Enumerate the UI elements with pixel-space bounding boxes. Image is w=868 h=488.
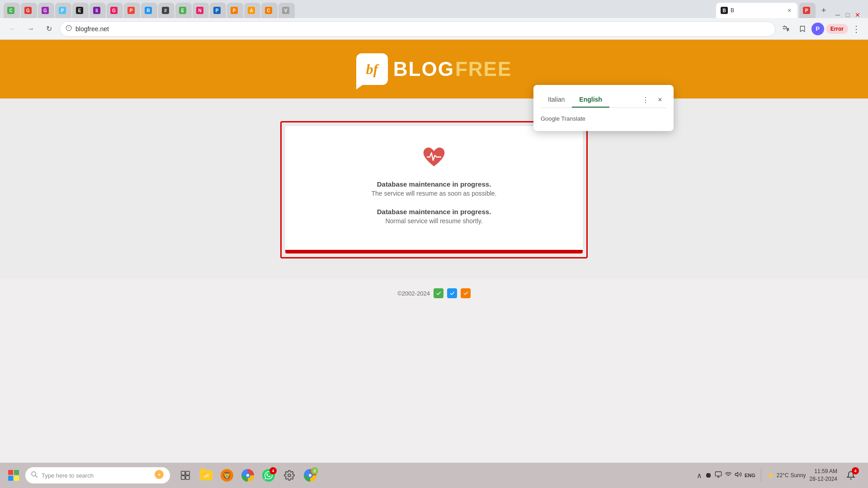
translate-more-button[interactable]: ⋮ [639, 94, 652, 106]
chrome-badge: 2 [311, 467, 318, 474]
tray-display-icon[interactable] [715, 471, 722, 480]
other-tab-5[interactable]: E [72, 3, 89, 18]
logo-bf-text: bf [366, 61, 378, 78]
tray-wifi-icon[interactable] [725, 471, 732, 480]
svg-rect-8 [186, 476, 189, 479]
other-tab-16[interactable]: C [261, 3, 278, 18]
maintenance-message-2-title: Database maintenance in progress. [377, 208, 491, 216]
tray-icons: ∧ ⏺ ENG [697, 471, 755, 480]
translate-close-button[interactable]: × [654, 94, 666, 106]
other-tab-8[interactable]: P [124, 3, 140, 18]
other-tab-11[interactable]: E [175, 3, 192, 18]
tab-bar-left: C G G P E li G [4, 3, 830, 18]
tray-expand-icon[interactable]: ∧ [697, 471, 702, 480]
notification-badge: 4 [852, 467, 859, 474]
url-bar[interactable]: blogfree.net [60, 21, 775, 37]
weather-condition: Sunny [791, 472, 806, 479]
error-button[interactable]: Error [826, 24, 848, 34]
other-tab-2[interactable]: G [21, 3, 37, 18]
site-header: bf BLOG FREE [0, 40, 868, 99]
tray-weather[interactable]: 22°C Sunny [767, 471, 806, 479]
translate-tab-italian[interactable]: Italian [541, 92, 572, 108]
footer-copyright: ©2002-2024 [397, 290, 430, 297]
footer-badge-2[interactable] [447, 288, 457, 298]
tray-time[interactable]: 11:59 AM 28-12-2024 [810, 468, 837, 483]
svg-rect-6 [186, 471, 189, 475]
other-tab-6[interactable]: li [90, 3, 106, 18]
forward-button[interactable]: → [24, 22, 38, 36]
taskbar-search-bar[interactable]: Type here to search ✦ [25, 467, 170, 483]
other-tab-13[interactable]: P [210, 3, 226, 18]
browser-menu-button[interactable]: ⋮ [850, 22, 863, 36]
start-button[interactable] [4, 465, 24, 485]
time-display: 11:59 AM [810, 468, 837, 475]
brave-browser-button[interactable]: 🦁 [217, 465, 237, 485]
tab-close-button[interactable]: × [786, 7, 793, 14]
win-logo-cell-2 [14, 470, 19, 475]
other-tab-12[interactable]: N [193, 3, 209, 18]
reload-button[interactable]: ↻ [42, 22, 56, 36]
other-tabs: C G G P E li G [4, 3, 714, 18]
other-tab-3[interactable]: G [38, 3, 54, 18]
window-controls: ─ □ ✕ [831, 12, 864, 18]
taskbar: Type here to search ✦ 📁 🦁 [0, 463, 868, 488]
other-tab-17[interactable]: V [278, 3, 295, 18]
google-translate-label: Google Translate [541, 113, 666, 124]
tray-volume-icon[interactable] [735, 471, 742, 480]
translate-tab-english[interactable]: English [572, 92, 609, 108]
profile-button[interactable]: P [811, 23, 824, 35]
website-content: bf BLOG FREE Database maintenance in pro… [0, 40, 868, 488]
chrome-active-button[interactable]: 2 [300, 465, 320, 485]
taskbar-search-decoration: ✦ [154, 469, 165, 482]
footer-badge-1[interactable] [434, 288, 443, 298]
translate-popup: Italian English ⋮ × Google Translate [533, 85, 674, 131]
other-tab-14[interactable]: P [227, 3, 243, 18]
logo-blog-text: BLOG [393, 58, 454, 80]
chrome-browser-button[interactable] [238, 465, 258, 485]
weather-temp: 22°C [777, 472, 789, 479]
bookmark-icon[interactable] [795, 22, 810, 36]
new-tab-button[interactable]: + [817, 4, 830, 17]
other-tab-7[interactable]: G [107, 3, 123, 18]
tray-lang-label[interactable]: ENG [745, 473, 755, 478]
other-tab-9[interactable]: R [141, 3, 157, 18]
card-bottom-bar [285, 250, 583, 253]
heart-monitor-icon [421, 144, 447, 169]
taskbar-search-icon [31, 471, 38, 480]
other-tab-1[interactable]: C [4, 3, 20, 18]
minimize-button[interactable]: ─ [835, 12, 841, 18]
address-bar: ← → ↻ blogfree.net P Error ⋮ [0, 18, 868, 40]
maintenance-card-wrapper: Database maintenance in progress. The se… [280, 121, 588, 258]
close-window-button[interactable]: ✕ [854, 12, 861, 18]
next-tab[interactable]: P [799, 3, 816, 18]
svg-text:✦: ✦ [157, 472, 161, 477]
translate-icon[interactable] [779, 22, 793, 36]
other-tab-15[interactable]: A [244, 3, 260, 18]
settings-button[interactable] [279, 465, 299, 485]
taskbar-search-placeholder: Type here to search [42, 472, 94, 479]
notification-center-button[interactable]: 4 [841, 465, 861, 485]
svg-marker-13 [735, 472, 738, 476]
toolbar-icons: P Error ⋮ [779, 22, 863, 36]
other-tab-10[interactable]: # [158, 3, 175, 18]
whatsapp-badge: 4 [269, 467, 277, 474]
next-tab-favicon: P [803, 7, 810, 14]
maintenance-card: Database maintenance in progress. The se… [285, 126, 583, 253]
active-tab-title: B [731, 7, 783, 14]
active-tab[interactable]: B B × [716, 3, 797, 18]
logo-free-text: FREE [455, 58, 512, 80]
maximize-button[interactable]: □ [844, 12, 851, 18]
url-text: blogfree.net [75, 25, 769, 33]
maintenance-message-1-body: The service will resume as soon as possi… [371, 190, 496, 197]
translate-tabs: Italian English ⋮ × [541, 92, 666, 108]
tray-record-icon[interactable]: ⏺ [705, 471, 712, 479]
footer-badge-3[interactable] [461, 288, 471, 298]
whatsapp-button[interactable]: 4 [259, 465, 278, 485]
other-tab-4[interactable]: P [55, 3, 71, 18]
svg-point-9 [288, 474, 291, 477]
file-explorer-button[interactable]: 📁 [196, 465, 216, 485]
task-view-button[interactable] [175, 465, 195, 485]
svg-point-1 [32, 472, 36, 476]
back-button[interactable]: ← [5, 22, 20, 36]
win-logo-cell-1 [8, 470, 13, 475]
